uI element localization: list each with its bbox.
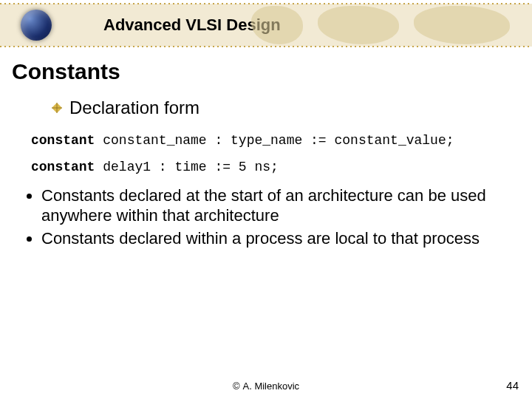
keyword: constant (31, 160, 95, 174)
map-decoration (251, 6, 303, 44)
code-rest: constant_name : type_name := constant_va… (95, 133, 454, 148)
globe-icon (21, 10, 52, 41)
diamond-bullet-icon (52, 103, 62, 113)
slide-title: Constants (12, 59, 532, 84)
code-template-line: constant constant_name : type_name := co… (31, 133, 516, 148)
slide-content: Declaration form constant constant_name … (0, 84, 532, 248)
page-number: 44 (506, 379, 519, 392)
list-item: Constants declared within a process are … (41, 229, 516, 249)
code-rest: delay1 : time := 5 ns; (95, 160, 278, 174)
list-item: Constants declared at the start of an ar… (41, 186, 516, 226)
map-decoration (414, 6, 510, 44)
footer-author: A. Milenkovic (243, 381, 300, 392)
footer: © A. Milenkovic (0, 381, 532, 392)
subheading-row: Declaration form (52, 98, 516, 118)
map-decoration (318, 6, 399, 44)
bullet-list: Constants declared at the start of an ar… (41, 186, 516, 248)
header-band: Advanced VLSI Design (0, 0, 532, 50)
keyword: constant (31, 133, 95, 148)
copyright-symbol: © (233, 381, 240, 392)
code-example-line: constant delay1 : time := 5 ns; (31, 160, 516, 174)
subheading-text: Declaration form (69, 98, 200, 118)
